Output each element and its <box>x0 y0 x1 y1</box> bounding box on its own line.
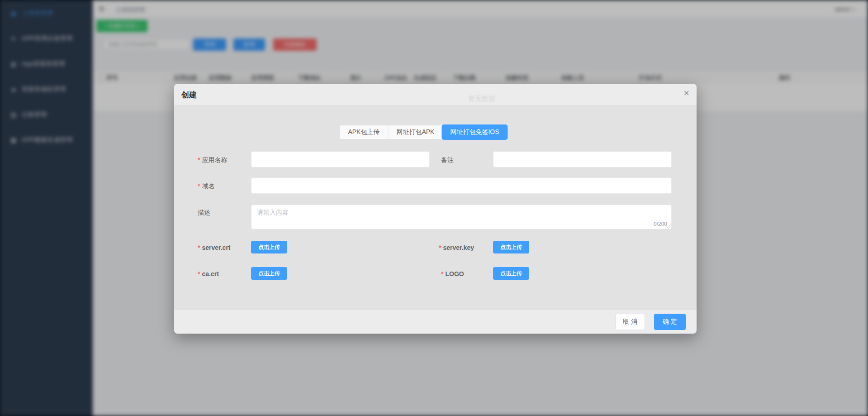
remark-label: 备注 <box>441 156 454 164</box>
required-marker: * <box>198 182 200 190</box>
required-marker: * <box>198 270 200 277</box>
dialog-title: 创建 <box>181 90 197 100</box>
close-icon[interactable]: × <box>683 88 689 98</box>
ca-crt-label-text: ca.crt <box>202 270 218 277</box>
remark-input[interactable] <box>493 151 672 167</box>
ca-crt-label: *ca.crt <box>198 270 219 277</box>
server-crt-label-text: server.crt <box>202 244 230 251</box>
tab-apk-upload[interactable]: APK包上传 <box>340 125 388 139</box>
app-name-label-text: 应用名称 <box>202 156 227 163</box>
dialog-header: 创建 × <box>174 84 697 105</box>
logo-upload-button[interactable]: 点击上传 <box>493 267 529 280</box>
required-marker: * <box>441 270 443 277</box>
domain-label: *域名 <box>198 182 214 191</box>
required-marker: * <box>439 244 441 251</box>
server-crt-label: *server.crt <box>198 244 231 251</box>
tab-url-pack-ios[interactable]: 网址打包免签IOS <box>442 125 507 139</box>
ghost-empty-text: 暂无数据 <box>468 95 495 103</box>
domain-input[interactable] <box>251 177 672 194</box>
ca-crt-upload-button[interactable]: 点击上传 <box>251 267 287 280</box>
server-crt-upload-button[interactable]: 点击上传 <box>251 241 287 253</box>
logo-label: *LOGO <box>441 270 464 277</box>
logo-label-text: LOGO <box>445 270 464 277</box>
domain-label-text: 域名 <box>202 182 214 190</box>
server-key-label-text: server.key <box>443 244 474 251</box>
char-counter: 0/200 <box>654 221 667 227</box>
app-name-input[interactable] <box>251 151 430 167</box>
resize-handle-icon[interactable] <box>666 224 671 229</box>
description-textarea[interactable] <box>251 205 672 230</box>
confirm-button[interactable]: 确 定 <box>654 314 686 330</box>
server-key-label: *server.key <box>439 244 474 251</box>
required-marker: * <box>198 244 200 251</box>
required-marker: * <box>198 156 200 163</box>
description-field: 0/200 <box>251 205 672 230</box>
tab-url-pack-apk[interactable]: 网址打包APK <box>388 125 442 139</box>
cancel-button[interactable]: 取 消 <box>615 314 645 330</box>
package-type-tabs: APK包上传 网址打包APK 网址打包免签IOS <box>339 125 507 139</box>
description-label: 描述 <box>198 209 210 217</box>
app-name-label: *应用名称 <box>198 156 227 164</box>
server-key-upload-button[interactable]: 点击上传 <box>493 241 529 253</box>
create-dialog: 创建 × 暂无数据 APK包上传 网址打包APK 网址打包免签IOS *应用名称… <box>174 84 697 334</box>
